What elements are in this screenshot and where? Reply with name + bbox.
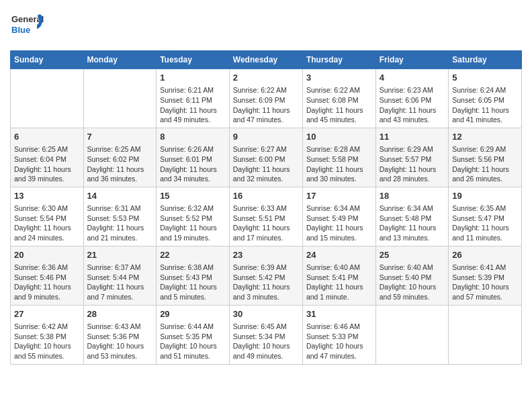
- day-number: 13: [14, 190, 80, 202]
- calendar-cell: 22Sunrise: 6:38 AM Sunset: 5:43 PM Dayli…: [157, 246, 230, 305]
- calendar-cell: 29Sunrise: 6:44 AM Sunset: 5:35 PM Dayli…: [157, 305, 230, 364]
- calendar-week-row: 27Sunrise: 6:42 AM Sunset: 5:38 PM Dayli…: [11, 305, 522, 364]
- cell-content: Sunrise: 6:25 AM Sunset: 6:04 PM Dayligh…: [14, 144, 80, 184]
- calendar-cell: 27Sunrise: 6:42 AM Sunset: 5:38 PM Dayli…: [11, 305, 84, 364]
- cell-content: Sunrise: 6:23 AM Sunset: 6:06 PM Dayligh…: [380, 85, 445, 125]
- day-number: 3: [306, 72, 372, 84]
- calendar-cell: 18Sunrise: 6:34 AM Sunset: 5:48 PM Dayli…: [375, 187, 448, 246]
- calendar-cell: 23Sunrise: 6:39 AM Sunset: 5:42 PM Dayli…: [229, 246, 302, 305]
- cell-content: Sunrise: 6:22 AM Sunset: 6:09 PM Dayligh…: [233, 85, 299, 125]
- cell-content: Sunrise: 6:28 AM Sunset: 5:58 PM Dayligh…: [306, 144, 372, 184]
- weekday-header: Tuesday: [157, 51, 230, 69]
- cell-content: Sunrise: 6:27 AM Sunset: 6:00 PM Dayligh…: [233, 144, 299, 184]
- page-header: General Blue: [10, 10, 522, 44]
- day-number: 9: [233, 131, 299, 143]
- cell-content: Sunrise: 6:29 AM Sunset: 5:56 PM Dayligh…: [452, 144, 518, 184]
- day-number: 28: [87, 308, 153, 320]
- logo-icon: General Blue: [10, 10, 44, 44]
- cell-content: Sunrise: 6:45 AM Sunset: 5:34 PM Dayligh…: [233, 322, 299, 361]
- day-number: 19: [452, 190, 518, 202]
- day-number: 17: [306, 190, 372, 202]
- calendar-cell: 11Sunrise: 6:29 AM Sunset: 5:57 PM Dayli…: [375, 128, 448, 187]
- day-number: 4: [380, 72, 445, 84]
- cell-content: Sunrise: 6:37 AM Sunset: 5:44 PM Dayligh…: [87, 263, 153, 302]
- day-number: 7: [87, 131, 153, 143]
- calendar-cell: 16Sunrise: 6:33 AM Sunset: 5:51 PM Dayli…: [229, 187, 302, 246]
- day-number: 10: [306, 131, 372, 143]
- day-number: 27: [14, 308, 80, 320]
- cell-content: Sunrise: 6:22 AM Sunset: 6:08 PM Dayligh…: [306, 85, 372, 125]
- calendar-cell: 7Sunrise: 6:25 AM Sunset: 6:02 PM Daylig…: [83, 128, 157, 187]
- calendar-cell: 9Sunrise: 6:27 AM Sunset: 6:00 PM Daylig…: [229, 128, 302, 187]
- calendar-cell: 12Sunrise: 6:29 AM Sunset: 5:56 PM Dayli…: [449, 128, 522, 187]
- calendar-cell: 17Sunrise: 6:34 AM Sunset: 5:49 PM Dayli…: [302, 187, 375, 246]
- cell-content: Sunrise: 6:24 AM Sunset: 6:05 PM Dayligh…: [452, 85, 518, 125]
- day-number: 18: [380, 190, 445, 202]
- cell-content: Sunrise: 6:35 AM Sunset: 5:47 PM Dayligh…: [452, 203, 518, 243]
- cell-content: Sunrise: 6:43 AM Sunset: 5:36 PM Dayligh…: [87, 322, 153, 361]
- calendar-cell: 4Sunrise: 6:23 AM Sunset: 6:06 PM Daylig…: [375, 69, 448, 128]
- weekday-header: Sunday: [11, 51, 84, 69]
- cell-content: Sunrise: 6:42 AM Sunset: 5:38 PM Dayligh…: [14, 322, 80, 361]
- calendar-table: SundayMondayTuesdayWednesdayThursdayFrid…: [10, 50, 522, 365]
- weekday-header: Wednesday: [229, 51, 302, 69]
- weekday-header: Saturday: [449, 51, 522, 69]
- day-number: 12: [452, 131, 518, 143]
- cell-content: Sunrise: 6:44 AM Sunset: 5:35 PM Dayligh…: [160, 322, 226, 361]
- calendar-cell: 26Sunrise: 6:41 AM Sunset: 5:39 PM Dayli…: [449, 246, 522, 305]
- calendar-cell: 24Sunrise: 6:40 AM Sunset: 5:41 PM Dayli…: [302, 246, 375, 305]
- calendar-cell: 2Sunrise: 6:22 AM Sunset: 6:09 PM Daylig…: [229, 69, 302, 128]
- day-number: 21: [87, 249, 153, 261]
- calendar-week-row: 1Sunrise: 6:21 AM Sunset: 6:11 PM Daylig…: [11, 69, 522, 128]
- calendar-cell: 21Sunrise: 6:37 AM Sunset: 5:44 PM Dayli…: [83, 246, 157, 305]
- day-number: 30: [233, 308, 299, 320]
- day-number: 25: [380, 249, 445, 261]
- calendar-cell: 28Sunrise: 6:43 AM Sunset: 5:36 PM Dayli…: [83, 305, 157, 364]
- day-number: 22: [160, 249, 226, 261]
- calendar-cell: 15Sunrise: 6:32 AM Sunset: 5:52 PM Dayli…: [157, 187, 230, 246]
- calendar-cell: 14Sunrise: 6:31 AM Sunset: 5:53 PM Dayli…: [83, 187, 157, 246]
- day-number: 31: [306, 308, 372, 320]
- calendar-cell: 5Sunrise: 6:24 AM Sunset: 6:05 PM Daylig…: [449, 69, 522, 128]
- calendar-week-row: 20Sunrise: 6:36 AM Sunset: 5:46 PM Dayli…: [11, 246, 522, 305]
- calendar-cell: 3Sunrise: 6:22 AM Sunset: 6:08 PM Daylig…: [302, 69, 375, 128]
- day-number: 5: [452, 72, 518, 84]
- cell-content: Sunrise: 6:38 AM Sunset: 5:43 PM Dayligh…: [160, 263, 226, 302]
- cell-content: Sunrise: 6:34 AM Sunset: 5:48 PM Dayligh…: [380, 203, 445, 243]
- calendar-cell: 25Sunrise: 6:40 AM Sunset: 5:40 PM Dayli…: [375, 246, 448, 305]
- day-number: 26: [452, 249, 518, 261]
- svg-text:Blue: Blue: [11, 25, 30, 35]
- calendar-cell: 6Sunrise: 6:25 AM Sunset: 6:04 PM Daylig…: [11, 128, 84, 187]
- day-number: 24: [306, 249, 372, 261]
- calendar-week-row: 13Sunrise: 6:30 AM Sunset: 5:54 PM Dayli…: [11, 187, 522, 246]
- day-number: 8: [160, 131, 226, 143]
- cell-content: Sunrise: 6:39 AM Sunset: 5:42 PM Dayligh…: [233, 263, 299, 302]
- day-number: 23: [233, 249, 299, 261]
- day-number: 16: [233, 190, 299, 202]
- calendar-cell: 20Sunrise: 6:36 AM Sunset: 5:46 PM Dayli…: [11, 246, 84, 305]
- calendar-cell: 31Sunrise: 6:46 AM Sunset: 5:33 PM Dayli…: [302, 305, 375, 364]
- cell-content: Sunrise: 6:26 AM Sunset: 6:01 PM Dayligh…: [160, 144, 226, 184]
- calendar-cell: 19Sunrise: 6:35 AM Sunset: 5:47 PM Dayli…: [449, 187, 522, 246]
- calendar-cell: 10Sunrise: 6:28 AM Sunset: 5:58 PM Dayli…: [302, 128, 375, 187]
- calendar-cell: [11, 69, 84, 128]
- cell-content: Sunrise: 6:32 AM Sunset: 5:52 PM Dayligh…: [160, 203, 226, 243]
- cell-content: Sunrise: 6:33 AM Sunset: 5:51 PM Dayligh…: [233, 203, 299, 243]
- logo: General Blue: [10, 10, 44, 44]
- cell-content: Sunrise: 6:46 AM Sunset: 5:33 PM Dayligh…: [306, 322, 372, 361]
- calendar-cell: 13Sunrise: 6:30 AM Sunset: 5:54 PM Dayli…: [11, 187, 84, 246]
- cell-content: Sunrise: 6:30 AM Sunset: 5:54 PM Dayligh…: [14, 203, 80, 243]
- cell-content: Sunrise: 6:31 AM Sunset: 5:53 PM Dayligh…: [87, 203, 153, 243]
- weekday-header: Friday: [375, 51, 448, 69]
- cell-content: Sunrise: 6:34 AM Sunset: 5:49 PM Dayligh…: [306, 203, 372, 243]
- weekday-header: Thursday: [302, 51, 375, 69]
- cell-content: Sunrise: 6:36 AM Sunset: 5:46 PM Dayligh…: [14, 263, 80, 302]
- day-number: 11: [380, 131, 445, 143]
- cell-content: Sunrise: 6:40 AM Sunset: 5:40 PM Dayligh…: [380, 263, 445, 302]
- calendar-cell: 1Sunrise: 6:21 AM Sunset: 6:11 PM Daylig…: [157, 69, 230, 128]
- day-number: 14: [87, 190, 153, 202]
- cell-content: Sunrise: 6:41 AM Sunset: 5:39 PM Dayligh…: [452, 263, 518, 302]
- day-number: 29: [160, 308, 226, 320]
- header-row: SundayMondayTuesdayWednesdayThursdayFrid…: [11, 51, 522, 69]
- calendar-cell: [375, 305, 448, 364]
